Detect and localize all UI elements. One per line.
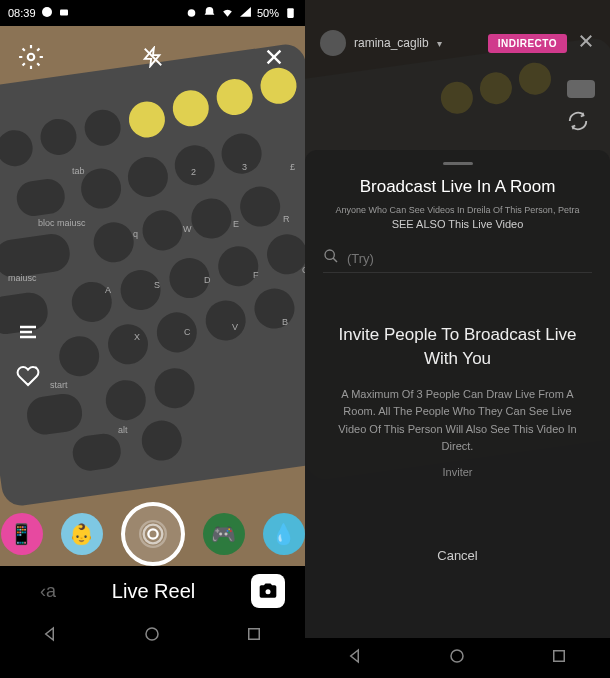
svg-text:B: B bbox=[282, 317, 288, 327]
search-icon bbox=[323, 248, 339, 268]
effect-item-3[interactable]: 🎮 bbox=[203, 513, 245, 555]
list-icon[interactable] bbox=[12, 316, 44, 348]
camera-status-icon bbox=[58, 6, 70, 20]
invite-title: Invite People To Broadcast Live With You bbox=[323, 323, 592, 371]
nav-home-icon[interactable] bbox=[143, 625, 161, 647]
svg-point-81 bbox=[451, 650, 463, 662]
whatsapp-icon bbox=[41, 6, 53, 20]
sheet-seealso: SEE ALSO This Live Video bbox=[323, 218, 592, 230]
svg-point-79 bbox=[325, 250, 334, 259]
svg-text:R: R bbox=[283, 214, 290, 224]
cancel-button[interactable]: Cancel bbox=[323, 548, 592, 563]
svg-text:A: A bbox=[105, 285, 111, 295]
signal-icon bbox=[239, 6, 252, 21]
switch-camera-button[interactable] bbox=[251, 574, 285, 608]
alarm-icon bbox=[185, 6, 198, 21]
heart-icon[interactable] bbox=[12, 360, 44, 392]
svg-text:q: q bbox=[133, 229, 138, 239]
camera-viewfinder: tab bloc maiusc maiusc start alt 2 3 q W… bbox=[0, 26, 305, 616]
nav-recent-icon[interactable] bbox=[245, 625, 263, 647]
inviter-label: Inviter bbox=[323, 466, 592, 478]
svg-line-80 bbox=[333, 258, 337, 262]
android-nav-bar bbox=[0, 616, 305, 656]
effect-item-2[interactable]: 👶 bbox=[61, 513, 103, 555]
live-header: ramina_caglib ▾ INDIRECTO bbox=[305, 30, 610, 56]
effects-carousel[interactable]: 📱 👶 🎮 💧 bbox=[0, 502, 305, 566]
battery-text: 50% bbox=[257, 7, 279, 19]
chevron-down-icon[interactable]: ▾ bbox=[437, 38, 442, 49]
svg-text:3: 3 bbox=[242, 162, 247, 172]
svg-point-67 bbox=[148, 529, 157, 538]
flash-off-icon[interactable] bbox=[137, 41, 169, 73]
battery-icon bbox=[284, 6, 297, 21]
svg-rect-71 bbox=[249, 629, 260, 640]
wifi-icon bbox=[221, 6, 234, 21]
username-label[interactable]: ramina_caglib bbox=[354, 36, 429, 50]
svg-rect-82 bbox=[554, 651, 565, 662]
svg-point-0 bbox=[42, 7, 52, 17]
close-icon[interactable] bbox=[577, 32, 595, 55]
avatar[interactable] bbox=[320, 30, 346, 56]
nav-recent-icon[interactable] bbox=[550, 647, 568, 669]
status-bar: 08:39 50% bbox=[0, 0, 305, 26]
svg-text:start: start bbox=[50, 380, 68, 390]
svg-text:2: 2 bbox=[191, 167, 196, 177]
nav-home-icon[interactable] bbox=[448, 647, 466, 669]
sheet-title: Broadcast Live In A Room bbox=[323, 177, 592, 197]
invite-description: A Maximum Of 3 People Can Draw Live From… bbox=[323, 386, 592, 456]
svg-point-60 bbox=[28, 54, 35, 61]
search-row[interactable] bbox=[323, 244, 592, 273]
svg-text:alt: alt bbox=[118, 425, 128, 435]
svg-rect-1 bbox=[60, 10, 68, 16]
svg-text:£: £ bbox=[290, 162, 295, 172]
camera-mode-label[interactable]: Live Reel bbox=[112, 580, 195, 603]
dnd-icon bbox=[203, 6, 216, 21]
svg-text:X: X bbox=[134, 332, 140, 342]
android-nav-bar bbox=[305, 638, 610, 678]
close-icon[interactable] bbox=[258, 41, 290, 73]
nav-back-icon[interactable] bbox=[347, 647, 365, 669]
svg-text:maiusc: maiusc bbox=[8, 273, 37, 283]
svg-point-68 bbox=[143, 525, 162, 544]
status-time: 08:39 bbox=[8, 7, 36, 19]
svg-point-2 bbox=[188, 9, 196, 17]
drag-handle[interactable] bbox=[443, 162, 473, 165]
svg-text:S: S bbox=[154, 280, 160, 290]
svg-text:D: D bbox=[204, 275, 211, 285]
broadcast-sheet: Broadcast Live In A Room Anyone Who Can … bbox=[305, 150, 610, 638]
svg-text:V: V bbox=[232, 322, 238, 332]
live-shutter-button[interactable] bbox=[121, 502, 185, 566]
effect-item-1[interactable]: 📱 bbox=[1, 513, 43, 555]
sheet-subtitle: Anyone Who Can See Videos In Dreila Of T… bbox=[323, 205, 592, 215]
direct-badge: INDIRECTO bbox=[488, 34, 567, 53]
svg-text:F: F bbox=[253, 270, 259, 280]
svg-text:E: E bbox=[233, 219, 239, 229]
svg-text:tab: tab bbox=[72, 166, 85, 176]
switch-camera-icon[interactable] bbox=[567, 110, 595, 136]
svg-point-70 bbox=[146, 628, 158, 640]
mode-prev-indicator: ‹a bbox=[40, 581, 56, 602]
left-screenshot: 08:39 50% bbox=[0, 0, 305, 678]
settings-icon[interactable] bbox=[15, 41, 47, 73]
svg-text:bloc maiusc: bloc maiusc bbox=[38, 218, 86, 228]
nav-back-icon[interactable] bbox=[42, 625, 60, 647]
microphone-icon[interactable] bbox=[567, 80, 595, 98]
svg-text:C: C bbox=[184, 327, 191, 337]
svg-text:W: W bbox=[183, 224, 192, 234]
search-input[interactable] bbox=[347, 251, 592, 266]
effect-item-4[interactable]: 💧 bbox=[263, 513, 305, 555]
svg-rect-3 bbox=[287, 8, 294, 18]
right-screenshot: ramina_caglib ▾ INDIRECTO Broadcast Live… bbox=[305, 0, 610, 678]
